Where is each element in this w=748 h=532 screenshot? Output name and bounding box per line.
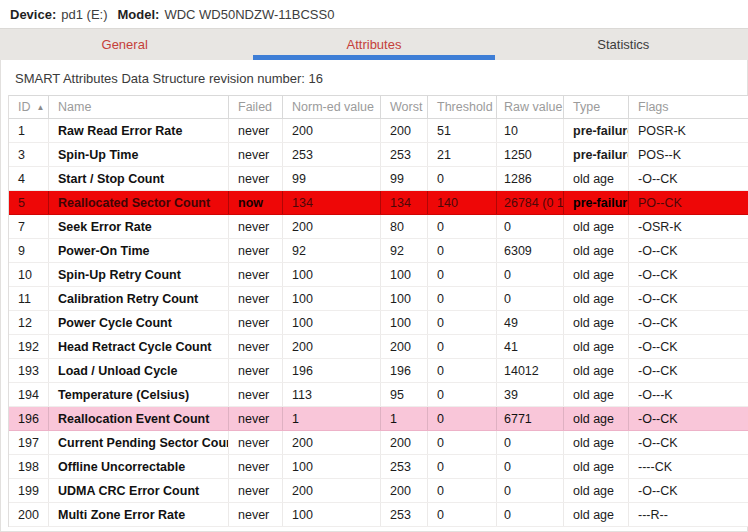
cell-normalized-value: 100 bbox=[283, 287, 381, 310]
cell-flags: PO--CK bbox=[629, 191, 748, 214]
table-row[interactable]: 198 Offline Uncorrectable never 100 253 … bbox=[9, 455, 748, 479]
cell-normalized-value: 1 bbox=[283, 407, 381, 430]
cell-flags: -O--CK bbox=[629, 431, 748, 454]
cell-type: old age bbox=[564, 407, 629, 430]
cell-threshold: 51 bbox=[428, 119, 497, 142]
table-row[interactable]: 7 Seek Error Rate never 200 80 0 0 old a… bbox=[9, 215, 748, 239]
cell-id: 10 bbox=[9, 263, 49, 286]
table-header-row: ID ▲ Name Failed Norm-ed value Worst Thr… bbox=[9, 95, 748, 119]
cell-raw-value: 41 bbox=[497, 335, 564, 358]
cell-worst: 100 bbox=[381, 311, 428, 334]
cell-id: 192 bbox=[9, 335, 49, 358]
column-header-id-label: ID bbox=[18, 100, 31, 114]
cell-worst: 100 bbox=[381, 263, 428, 286]
cell-worst: 253 bbox=[381, 455, 428, 478]
cell-attribute-name: Reallocation Event Count bbox=[49, 407, 229, 430]
cell-flags: -O--CK bbox=[629, 479, 748, 502]
cell-raw-value: 6771 bbox=[497, 407, 564, 430]
column-header-threshold[interactable]: Threshold bbox=[428, 96, 497, 118]
cell-attribute-name: Offline Uncorrectable bbox=[49, 455, 229, 478]
table-row[interactable]: 197 Current Pending Sector Count never 2… bbox=[9, 431, 748, 455]
tab-general[interactable]: General bbox=[0, 29, 249, 60]
tab-attributes[interactable]: Attributes bbox=[249, 29, 498, 60]
cell-type: old age bbox=[564, 263, 629, 286]
cell-failed: never bbox=[229, 167, 283, 190]
cell-flags: -O--CK bbox=[629, 287, 748, 310]
table-row[interactable]: 199 UDMA CRC Error Count never 200 200 0… bbox=[9, 479, 748, 503]
device-value: pd1 (E:) bbox=[61, 7, 107, 22]
cell-attribute-name: Power-On Time bbox=[49, 239, 229, 262]
cell-type: old age bbox=[564, 359, 629, 382]
cell-raw-value: 0 bbox=[497, 455, 564, 478]
table-row[interactable]: 200 Multi Zone Error Rate never 100 253 … bbox=[9, 503, 748, 527]
column-header-worst[interactable]: Worst bbox=[381, 96, 428, 118]
cell-id: 4 bbox=[9, 167, 49, 190]
cell-normalized-value: 200 bbox=[283, 431, 381, 454]
cell-normalized-value: 113 bbox=[283, 383, 381, 406]
tab-statistics[interactable]: Statistics bbox=[499, 29, 748, 60]
cell-id: 193 bbox=[9, 359, 49, 382]
cell-attribute-name: Spin-Up Retry Count bbox=[49, 263, 229, 286]
cell-attribute-name: Head Retract Cycle Count bbox=[49, 335, 229, 358]
cell-type: old age bbox=[564, 287, 629, 310]
cell-normalized-value: 200 bbox=[283, 479, 381, 502]
table-row[interactable]: 1 Raw Read Error Rate never 200 200 51 1… bbox=[9, 119, 748, 143]
cell-attribute-name: Temperature (Celsius) bbox=[49, 383, 229, 406]
cell-raw-value: 0 bbox=[497, 263, 564, 286]
cell-worst: 92 bbox=[381, 239, 428, 262]
cell-worst: 99 bbox=[381, 167, 428, 190]
model-label: Model: bbox=[118, 7, 160, 22]
cell-id: 196 bbox=[9, 407, 49, 430]
cell-failed: never bbox=[229, 407, 283, 430]
cell-threshold: 0 bbox=[428, 455, 497, 478]
cell-flags: -O--CK bbox=[629, 239, 748, 262]
cell-id: 11 bbox=[9, 287, 49, 310]
cell-raw-value: 0 bbox=[497, 431, 564, 454]
cell-failed: never bbox=[229, 215, 283, 238]
device-label: Device: bbox=[10, 7, 56, 22]
cell-normalized-value: 100 bbox=[283, 503, 381, 526]
device-bar: Device: pd1 (E:) Model: WDC WD50NDZW-11B… bbox=[0, 0, 748, 28]
cell-failed: never bbox=[229, 431, 283, 454]
cell-threshold: 0 bbox=[428, 215, 497, 238]
cell-threshold: 0 bbox=[428, 407, 497, 430]
smart-revision-text: SMART Attributes Data Structure revision… bbox=[1, 60, 747, 95]
cell-worst: 80 bbox=[381, 215, 428, 238]
cell-raw-value: 10 bbox=[497, 119, 564, 142]
cell-id: 200 bbox=[9, 503, 49, 526]
table-row[interactable]: 193 Load / Unload Cycle never 196 196 0 … bbox=[9, 359, 748, 383]
cell-type: pre-failure bbox=[564, 119, 629, 142]
table-row[interactable]: 12 Power Cycle Count never 100 100 0 49 … bbox=[9, 311, 748, 335]
column-header-type[interactable]: Type bbox=[564, 96, 629, 118]
column-header-failed[interactable]: Failed bbox=[229, 96, 283, 118]
cell-flags: ----CK bbox=[629, 455, 748, 478]
table-row[interactable]: 194 Temperature (Celsius) never 113 95 0… bbox=[9, 383, 748, 407]
cell-failed: never bbox=[229, 119, 283, 142]
cell-flags: -O--CK bbox=[629, 167, 748, 190]
table-row[interactable]: 10 Spin-Up Retry Count never 100 100 0 0… bbox=[9, 263, 748, 287]
tab-bar: General Attributes Statistics bbox=[0, 28, 748, 60]
cell-type: pre-failure bbox=[564, 143, 629, 166]
cell-attribute-name: Raw Read Error Rate bbox=[49, 119, 229, 142]
cell-raw-value: 39 bbox=[497, 383, 564, 406]
smart-attributes-table: ID ▲ Name Failed Norm-ed value Worst Thr… bbox=[8, 95, 748, 527]
cell-worst: 253 bbox=[381, 143, 428, 166]
cell-id: 194 bbox=[9, 383, 49, 406]
table-row[interactable]: 4 Start / Stop Count never 99 99 0 1286 … bbox=[9, 167, 748, 191]
table-row[interactable]: 9 Power-On Time never 92 92 0 6309 old a… bbox=[9, 239, 748, 263]
cell-type: old age bbox=[564, 335, 629, 358]
column-header-name[interactable]: Name bbox=[49, 96, 229, 118]
cell-id: 1 bbox=[9, 119, 49, 142]
cell-id: 5 bbox=[9, 191, 49, 214]
table-row[interactable]: 192 Head Retract Cycle Count never 200 2… bbox=[9, 335, 748, 359]
column-header-id[interactable]: ID ▲ bbox=[9, 96, 49, 118]
column-header-raw[interactable]: Raw value bbox=[497, 96, 564, 118]
column-header-flags[interactable]: Flags bbox=[629, 96, 748, 118]
table-row[interactable]: 196 Reallocation Event Count never 1 1 0… bbox=[9, 407, 748, 431]
table-row[interactable]: 11 Calibration Retry Count never 100 100… bbox=[9, 287, 748, 311]
table-row[interactable]: 5 Reallocated Sector Count now 134 134 1… bbox=[9, 191, 748, 215]
table-row[interactable]: 3 Spin-Up Time never 253 253 21 1250 pre… bbox=[9, 143, 748, 167]
cell-flags: POSR-K bbox=[629, 119, 748, 142]
column-header-normed[interactable]: Norm-ed value bbox=[283, 96, 381, 118]
cell-type: old age bbox=[564, 479, 629, 502]
